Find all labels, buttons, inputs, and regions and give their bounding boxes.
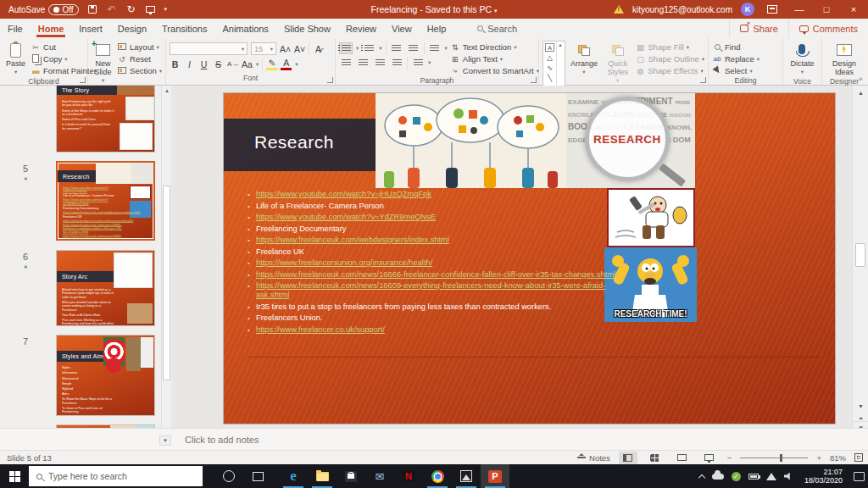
tab-help[interactable]: Help (420, 20, 454, 37)
clipboard-dialog-launcher[interactable] (80, 77, 86, 83)
slide-bullet-link[interactable]: https://www.freelanceuk.com/news/16609-e… (246, 281, 620, 300)
speaker-icon[interactable] (784, 473, 793, 480)
maximize-button[interactable]: □ (817, 2, 836, 17)
notes-placeholder[interactable]: Click to add notes (185, 435, 259, 445)
zoom-in-button[interactable]: + (816, 453, 821, 463)
font-name-combo[interactable]: ▾ (170, 42, 248, 55)
zoom-out-button[interactable]: − (727, 453, 732, 463)
wifi-icon[interactable] (766, 473, 776, 480)
taskbar-netflix[interactable]: N (394, 464, 423, 488)
taskbar-chrome[interactable] (423, 464, 452, 488)
thumbnail-slide-7[interactable]: Styles and Aims StylesInformativeSlow pa… (56, 335, 155, 416)
change-case-icon[interactable]: Aa (242, 59, 253, 69)
notes-toggle-button[interactable]: Notes (577, 453, 610, 463)
replace-button[interactable]: abReplace▾ (712, 53, 760, 64)
tab-view[interactable]: View (384, 20, 420, 37)
share-button[interactable]: Share (729, 19, 787, 38)
taskbar-powerpoint[interactable]: P (481, 464, 509, 488)
slideshow-button[interactable] (700, 452, 719, 464)
scroll-down-icon[interactable]: ▼ (159, 435, 171, 446)
task-view-button[interactable] (243, 464, 272, 488)
antivirus-icon[interactable]: ✓ (732, 472, 741, 481)
paste-button[interactable]: Paste▾ (3, 41, 28, 77)
ribbon-display-options-icon[interactable] (763, 2, 782, 17)
tab-design[interactable]: Design (110, 20, 154, 37)
tab-review[interactable]: Review (338, 20, 384, 37)
scroll-up-icon[interactable]: ▲ (853, 87, 868, 99)
zoom-level[interactable]: 81% (830, 453, 846, 463)
scroll-down-icon[interactable]: ▼ (853, 401, 868, 413)
slide-bullet-link[interactable]: https://www.freelanceuk.com/webdesigners… (246, 236, 620, 245)
canvas-scrollbar[interactable]: ▲ ▼ ⏶ ⏷ (852, 86, 868, 428)
slide-editing-area[interactable]: Research (224, 93, 835, 424)
text-direction-button[interactable]: ⇅Text Direction▾ (450, 42, 539, 53)
account-email[interactable]: kityoung125@outlook.com (632, 5, 732, 14)
tab-file[interactable]: File (0, 20, 31, 37)
taskbar-edge[interactable]: e (279, 464, 308, 488)
new-slide-button[interactable]: New Slide▾ (92, 41, 114, 86)
font-size-combo[interactable]: 15▾ (251, 42, 276, 55)
decrease-indent-icon[interactable] (390, 42, 403, 54)
shape-fill-button[interactable]: ▨Shape Fill▾ (636, 42, 704, 53)
align-right-icon[interactable] (373, 57, 387, 69)
decrease-font-icon[interactable]: A˅ (294, 44, 305, 54)
minimize-button[interactable]: — (790, 2, 809, 17)
comments-button[interactable]: Comments (788, 19, 868, 38)
section-button[interactable]: Section▾ (117, 65, 162, 76)
increase-indent-icon[interactable] (407, 42, 420, 54)
align-center-icon[interactable] (356, 57, 370, 69)
slide-sorter-button[interactable] (646, 452, 665, 464)
slide-bullet-link[interactable]: https://www.freelanceuk.com/news/16666-f… (246, 270, 620, 280)
justify-icon[interactable] (390, 57, 403, 69)
increase-font-icon[interactable]: A˄ (280, 44, 291, 54)
scrollbar-thumb[interactable] (855, 243, 865, 267)
taskbar-file-explorer[interactable] (308, 464, 337, 488)
slide-bullet-link[interactable]: https://www.freelancersunion.org/insuran… (246, 258, 620, 268)
align-text-button[interactable]: ⊞Align Text▾ (450, 53, 539, 64)
tab-animations[interactable]: Animations (214, 20, 275, 37)
thumbnail-scrollbar[interactable]: ▲ (161, 86, 171, 428)
thumbnail-slide-4[interactable]: The Story How Freelancing can the right … (56, 86, 155, 152)
fit-slide-icon[interactable] (854, 453, 863, 462)
line-spacing-icon[interactable] (428, 42, 442, 54)
align-left-icon[interactable] (339, 57, 353, 69)
strikethrough-icon[interactable]: S (213, 59, 224, 69)
highlight-color-icon[interactable]: ✎ (266, 58, 277, 70)
avatar[interactable]: K (741, 3, 754, 16)
design-ideas-button[interactable]: Design Ideas (827, 41, 861, 77)
action-center-icon[interactable] (854, 472, 865, 481)
thumbnail-slide-6[interactable]: Story Arc A brief intro how to get start… (56, 250, 155, 326)
start-slideshow-icon[interactable] (145, 3, 157, 15)
save-icon[interactable] (86, 3, 98, 15)
dictate-button[interactable]: Dictate▾ (787, 41, 816, 77)
reading-view-button[interactable] (673, 452, 692, 464)
copy-button[interactable]: Copy▾ (31, 53, 97, 64)
shape-outline-button[interactable]: ▢Shape Outline▾ (636, 53, 704, 64)
underline-icon[interactable]: U (198, 59, 209, 69)
convert-smartart-button[interactable]: ⤷Convert to SmartArt▾ (450, 65, 539, 76)
taskbar-photos[interactable] (452, 464, 481, 488)
start-button[interactable] (0, 464, 29, 488)
customize-qat-icon[interactable]: ▾ (164, 6, 168, 13)
bullets-button[interactable] (339, 42, 353, 54)
concept-cloud-image[interactable] (376, 93, 566, 188)
taskbar-mail[interactable]: ✉ (365, 464, 394, 488)
cut-button[interactable]: ✂Cut (31, 42, 97, 53)
taskbar-store[interactable] (337, 464, 365, 488)
shape-effects-button[interactable]: ◍Shape Effects▾ (636, 65, 704, 76)
clear-formatting-icon[interactable]: A̷ (313, 44, 324, 54)
quick-styles-button[interactable]: Quick Styles▾ (603, 41, 633, 86)
taskbar-clock[interactable]: 21:0718/03/2020 (801, 468, 846, 485)
onedrive-icon[interactable] (712, 474, 724, 480)
zoom-slider-knob[interactable] (780, 454, 782, 462)
cortana-button[interactable] (214, 464, 243, 488)
italic-icon[interactable]: I (184, 59, 195, 69)
zoom-slider[interactable] (740, 458, 808, 458)
notes-pane[interactable]: ▼ Click to add notes (0, 428, 868, 450)
columns-icon[interactable] (411, 57, 425, 69)
character-spacing-icon[interactable]: A↔ (227, 60, 238, 68)
reset-button[interactable]: ↺Reset (117, 53, 162, 64)
format-painter-button[interactable]: Format Painter (31, 65, 97, 76)
hidden-icons-icon[interactable] (698, 474, 705, 480)
slide-bullet-link[interactable]: https://www.freelancer.co.uk/support/ (246, 325, 620, 335)
